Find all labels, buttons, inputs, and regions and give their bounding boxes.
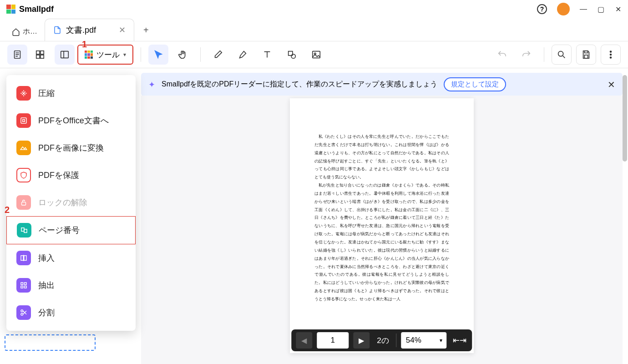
menu-item-to-image[interactable]: PDFを画像に変換 <box>6 134 136 162</box>
set-default-button[interactable]: 規定として設定 <box>444 77 506 91</box>
home-tab-label: ホ… <box>23 27 37 36</box>
menu-item-label: 分割 <box>38 307 55 318</box>
search-button[interactable] <box>552 45 572 65</box>
menu-item-compress[interactable]: 圧縮 <box>6 80 136 107</box>
svg-point-32 <box>21 310 23 312</box>
svg-rect-8 <box>61 51 69 58</box>
page-control-bar: ◀ ▶ 2の 54% ▾ ⇤⇥ <box>291 329 472 351</box>
svg-point-18 <box>610 51 612 52</box>
title-bar: Smallpdf ? — ▢ ✕ <box>0 0 628 18</box>
help-button[interactable]: ? <box>537 4 547 14</box>
highlighter-tool-button[interactable] <box>233 45 253 65</box>
window-close-button[interactable]: ✕ <box>614 5 622 13</box>
svg-rect-21 <box>21 118 26 123</box>
office-icon <box>16 113 31 128</box>
svg-rect-24 <box>24 229 27 233</box>
hand-icon <box>178 50 188 60</box>
view-grid-button[interactable] <box>30 45 50 65</box>
highlighter-icon <box>238 50 248 60</box>
svg-point-33 <box>21 313 23 316</box>
tab-bar: ホ… 文書.pdf ✕ + <box>0 18 628 41</box>
toolbar-divider <box>200 47 201 62</box>
menu-item-split[interactable]: 分割 <box>6 299 136 326</box>
svg-line-15 <box>563 56 565 58</box>
menu-item-label: PDFをOffice文書へ <box>38 115 109 126</box>
prev-page-button[interactable]: ◀ <box>296 332 312 349</box>
menu-item-unlock: ロックの解除 <box>6 189 136 216</box>
page-number-input[interactable] <box>317 332 349 349</box>
svg-rect-6 <box>36 55 40 58</box>
undo-button[interactable] <box>492 45 512 65</box>
new-tab-button[interactable]: + <box>136 20 156 41</box>
zoom-select[interactable]: 54% ▾ <box>401 332 447 349</box>
svg-rect-5 <box>41 51 44 54</box>
menu-item-protect[interactable]: PDFを保護 <box>6 162 136 189</box>
pan-tool-button[interactable] <box>173 45 193 65</box>
svg-rect-17 <box>584 55 587 58</box>
svg-rect-25 <box>21 256 23 261</box>
user-avatar[interactable] <box>557 3 570 15</box>
image-icon <box>311 50 321 60</box>
menu-item-page-number[interactable]: ページ番号 <box>6 216 136 244</box>
document-viewport[interactable]: 私《わたくし》はその人を常に先生と呼んでいた。だからここでもただ先生と書くだけで… <box>141 96 623 364</box>
tools-menu: 圧縮 PDFをOffice文書へ PDFを画像に変換 PDFを保護 ロックの解除… <box>6 75 136 331</box>
kebab-icon <box>606 50 616 60</box>
tools-caret-icon: ▾ <box>123 51 126 58</box>
menu-item-extract[interactable]: 抽出 <box>6 272 136 299</box>
document-paragraph: 私が先生と知り合いになったのは鎌倉《かまくら》である。その時私はまだ若々しい書生… <box>314 182 449 303</box>
shape-icon <box>287 50 297 60</box>
thumbnail-placeholder[interactable] <box>5 334 96 351</box>
menu-item-label: 抽出 <box>38 280 55 291</box>
svg-rect-23 <box>21 228 24 232</box>
text-tool-button[interactable] <box>257 45 277 65</box>
file-icon <box>53 26 61 34</box>
menu-item-label: ページ番号 <box>39 225 80 236</box>
redo-icon <box>522 50 532 60</box>
save-icon <box>581 50 591 60</box>
svg-rect-31 <box>25 286 27 288</box>
pencil-tool-button[interactable] <box>208 45 228 65</box>
menu-item-label: PDFを保護 <box>38 170 79 181</box>
annotation-2: 2 <box>5 205 10 215</box>
menu-item-to-office[interactable]: PDFをOffice文書へ <box>6 107 136 134</box>
shape-tool-button[interactable] <box>282 45 302 65</box>
scrollbar-thumb[interactable] <box>623 75 627 162</box>
svg-point-11 <box>291 54 295 58</box>
save-button[interactable] <box>576 45 596 65</box>
sparkle-icon: ✦ <box>148 80 155 90</box>
next-page-button[interactable]: ▶ <box>353 332 370 349</box>
scrollbar[interactable] <box>623 75 627 364</box>
cursor-icon <box>153 50 163 60</box>
toolbar-divider <box>141 47 141 62</box>
sidebar-toggle-button[interactable] <box>55 45 75 65</box>
menu-item-insert[interactable]: 挿入 <box>6 244 136 272</box>
tools-grid-icon <box>85 51 93 59</box>
tab-close-button[interactable]: ✕ <box>119 25 126 35</box>
page-number-icon <box>17 223 31 238</box>
document-tab-label: 文書.pdf <box>66 25 96 35</box>
compress-icon <box>16 86 31 101</box>
image-tool-button[interactable] <box>306 45 326 65</box>
redo-button[interactable] <box>517 45 537 65</box>
svg-rect-26 <box>24 256 26 261</box>
window-maximize-button[interactable]: ▢ <box>597 5 604 13</box>
toolbar-divider <box>544 47 544 62</box>
view-page-button[interactable] <box>7 45 27 65</box>
more-menu-button[interactable] <box>601 45 621 65</box>
home-tab[interactable]: ホ… <box>6 22 43 41</box>
unlock-icon <box>16 195 31 210</box>
banner-close-button[interactable]: ✕ <box>608 79 615 90</box>
menu-item-label: 圧縮 <box>38 88 55 99</box>
page-icon <box>12 50 22 60</box>
window-minimize-button[interactable]: — <box>580 5 587 13</box>
svg-rect-7 <box>41 55 44 58</box>
undo-icon <box>497 50 507 60</box>
document-tab[interactable]: 文書.pdf ✕ <box>45 19 134 41</box>
default-reader-banner: ✦ Smallpdfを既定のPDFリーダーに指定して、作業のスピードアップを実感… <box>141 73 623 96</box>
fit-width-button[interactable]: ⇤⇥ <box>451 332 468 349</box>
svg-rect-22 <box>22 202 26 205</box>
select-tool-button[interactable] <box>148 45 168 65</box>
insert-icon <box>16 251 31 265</box>
svg-rect-4 <box>36 51 40 54</box>
svg-rect-29 <box>25 283 27 285</box>
